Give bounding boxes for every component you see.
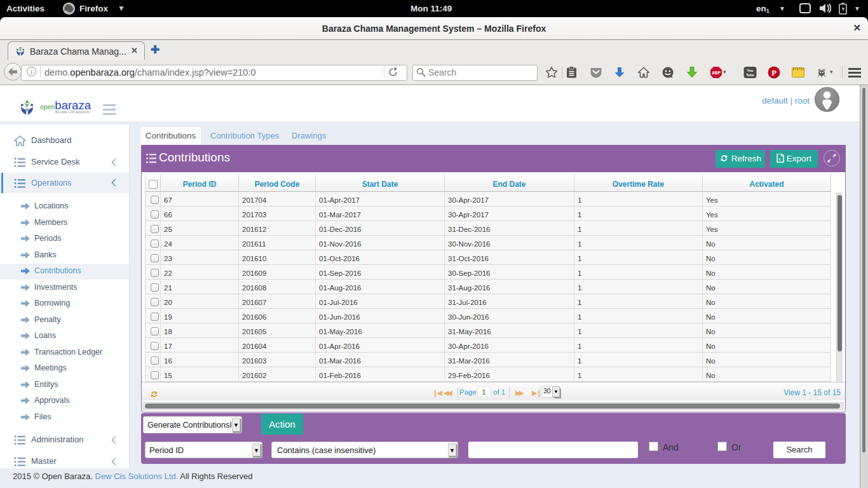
svg-text:ABP: ABP — [712, 71, 721, 75]
svg-text:P: P — [771, 68, 776, 78]
svg-text:Tube: Tube — [746, 73, 754, 77]
svg-text:You: You — [747, 69, 754, 72]
svg-text:x: x — [778, 157, 781, 161]
